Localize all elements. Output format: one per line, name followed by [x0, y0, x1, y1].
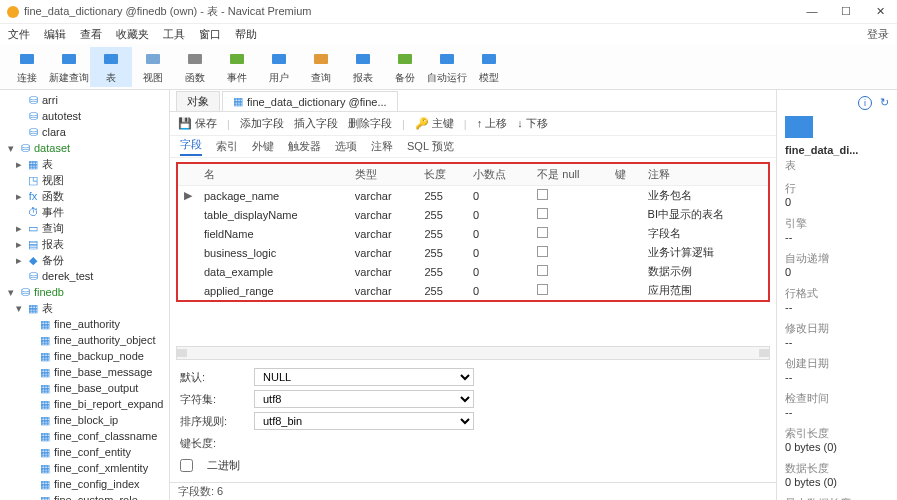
tree-item[interactable]: ▦fine_conf_xmlentity	[0, 460, 169, 476]
tool-newquery[interactable]: 新建查询	[48, 47, 90, 87]
tool-backup[interactable]: 备份	[384, 47, 426, 87]
cell-length[interactable]: 255	[418, 262, 467, 281]
cell-comment[interactable]: 应用范围	[642, 281, 768, 300]
tool-user[interactable]: 用户	[258, 47, 300, 87]
charset-select[interactable]: utf8	[254, 390, 474, 408]
tree-item[interactable]: ▦fine_custom_role	[0, 492, 169, 500]
tree-item[interactable]: ▦fine_backup_node	[0, 348, 169, 364]
tree-item[interactable]: ▾⛁dataset	[0, 140, 169, 156]
cell-key[interactable]	[609, 205, 642, 224]
col-notnull[interactable]: 不是 null	[531, 164, 608, 186]
tree-item[interactable]: ▦fine_block_ip	[0, 412, 169, 428]
expand-icon[interactable]: ▸	[14, 190, 24, 203]
tree-item[interactable]: ⛁clara	[0, 124, 169, 140]
cell-name[interactable]: table_displayName	[198, 205, 349, 224]
cell-comment[interactable]: 数据示例	[642, 262, 768, 281]
cell-notnull[interactable]	[531, 262, 608, 281]
expand-icon[interactable]: ▸	[14, 158, 24, 171]
subtab[interactable]: 选项	[335, 139, 357, 154]
cell-comment[interactable]: 字段名	[642, 224, 768, 243]
move-up-button[interactable]: ↑ 上移	[477, 116, 508, 131]
tree-item[interactable]: ▾⛁finedb	[0, 284, 169, 300]
tree-item[interactable]: ▸▭查询	[0, 220, 169, 236]
cell-decimal[interactable]: 0	[467, 262, 531, 281]
cell-name[interactable]: fieldName	[198, 224, 349, 243]
field-row[interactable]: business_logicvarchar2550业务计算逻辑	[178, 243, 768, 262]
cell-type[interactable]: varchar	[349, 281, 419, 300]
field-row[interactable]: data_examplevarchar2550数据示例	[178, 262, 768, 281]
fields-grid[interactable]: 名 类型 长度 小数点 不是 null 键 注释 ▶package_nameva…	[178, 164, 768, 300]
menu-view[interactable]: 查看	[80, 27, 102, 42]
cell-name[interactable]: data_example	[198, 262, 349, 281]
cell-length[interactable]: 255	[418, 281, 467, 300]
cell-key[interactable]	[609, 186, 642, 206]
horizontal-scrollbar[interactable]	[176, 346, 770, 360]
tree-item[interactable]: ▦fine_authority_object	[0, 332, 169, 348]
tool-function[interactable]: 函数	[174, 47, 216, 87]
cell-notnull[interactable]	[531, 243, 608, 262]
tree-item[interactable]: ▾▦表	[0, 300, 169, 316]
tool-report[interactable]: 报表	[342, 47, 384, 87]
cell-notnull[interactable]	[531, 281, 608, 300]
tree-item[interactable]: ▦fine_authority	[0, 316, 169, 332]
cell-comment[interactable]: 业务计算逻辑	[642, 243, 768, 262]
expand-icon[interactable]: ▾	[14, 302, 24, 315]
cell-decimal[interactable]: 0	[467, 243, 531, 262]
cell-length[interactable]: 255	[418, 205, 467, 224]
refresh-icon[interactable]: ↻	[880, 96, 889, 110]
cell-length[interactable]: 255	[418, 186, 467, 206]
minimize-button[interactable]: —	[801, 5, 823, 18]
collation-select[interactable]: utf8_bin	[254, 412, 474, 430]
subtab[interactable]: SQL 预览	[407, 139, 454, 154]
cell-decimal[interactable]: 0	[467, 186, 531, 206]
tree-item[interactable]: ▦fine_base_output	[0, 380, 169, 396]
tree-item[interactable]: ⛁autotest	[0, 108, 169, 124]
subtab[interactable]: 外键	[252, 139, 274, 154]
cell-key[interactable]	[609, 281, 642, 300]
tool-query[interactable]: 查询	[300, 47, 342, 87]
tree-item[interactable]: ▦fine_config_index	[0, 476, 169, 492]
field-row[interactable]: ▶package_namevarchar2550业务包名	[178, 186, 768, 206]
tree-item[interactable]: ▸▤报表	[0, 236, 169, 252]
cell-type[interactable]: varchar	[349, 205, 419, 224]
cell-name[interactable]: business_logic	[198, 243, 349, 262]
cell-notnull[interactable]	[531, 224, 608, 243]
cell-type[interactable]: varchar	[349, 224, 419, 243]
col-key[interactable]: 键	[609, 164, 642, 186]
expand-icon[interactable]: ▾	[6, 286, 16, 299]
subtab[interactable]: 字段	[180, 137, 202, 156]
primary-key-button[interactable]: 🔑 主键	[415, 116, 454, 131]
insert-field-button[interactable]: 插入字段	[294, 116, 338, 131]
field-row[interactable]: applied_rangevarchar2550应用范围	[178, 281, 768, 300]
cell-key[interactable]	[609, 224, 642, 243]
menu-favorites[interactable]: 收藏夹	[116, 27, 149, 42]
tab-objects[interactable]: 对象	[176, 91, 220, 111]
subtab[interactable]: 触发器	[288, 139, 321, 154]
cell-type[interactable]: varchar	[349, 186, 419, 206]
cell-decimal[interactable]: 0	[467, 205, 531, 224]
expand-icon[interactable]: ▸	[14, 238, 24, 251]
col-name[interactable]: 名	[198, 164, 349, 186]
menu-edit[interactable]: 编辑	[44, 27, 66, 42]
add-field-button[interactable]: 添加字段	[240, 116, 284, 131]
tree-item[interactable]: ◳视图	[0, 172, 169, 188]
tool-autorun[interactable]: 自动运行	[426, 47, 468, 87]
expand-icon[interactable]: ▸	[14, 254, 24, 267]
cell-key[interactable]	[609, 262, 642, 281]
binary-checkbox[interactable]	[180, 459, 193, 472]
tool-model[interactable]: 模型	[468, 47, 510, 87]
tool-connect[interactable]: 连接	[6, 47, 48, 87]
maximize-button[interactable]: ☐	[835, 5, 857, 18]
cell-length[interactable]: 255	[418, 224, 467, 243]
info-icon[interactable]: i	[858, 96, 872, 110]
expand-icon[interactable]: ▸	[14, 222, 24, 235]
col-length[interactable]: 长度	[418, 164, 467, 186]
expand-icon[interactable]: ▾	[6, 142, 16, 155]
tool-view[interactable]: 视图	[132, 47, 174, 87]
field-row[interactable]: fieldNamevarchar2550字段名	[178, 224, 768, 243]
tree-item[interactable]: ▦fine_conf_entity	[0, 444, 169, 460]
tab-table[interactable]: ▦ fine_data_dictionary @fine...	[222, 91, 398, 111]
subtab[interactable]: 索引	[216, 139, 238, 154]
cell-decimal[interactable]: 0	[467, 224, 531, 243]
cell-notnull[interactable]	[531, 205, 608, 224]
